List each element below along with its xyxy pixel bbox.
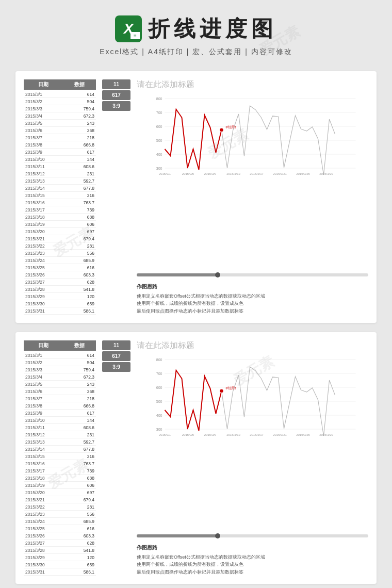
chart-title-1: 请在此添加标题 xyxy=(137,79,368,90)
chart-svg-element-1: 800 700 600 500 400 300 #引用! 2015/3/1 20… xyxy=(137,93,368,178)
table-area-2: 日期 数据 2015/3/16142015/3/25042015/3/3759.… xyxy=(24,340,96,576)
table-row: 2015/3/23556 xyxy=(24,250,96,257)
table-row: 2015/3/10344 xyxy=(24,156,96,163)
table-row: 2015/3/21679.4 xyxy=(24,235,96,242)
mini-stat-12: 617 xyxy=(102,90,130,100)
table-row: 2015/3/30659 xyxy=(24,561,96,568)
table-row: 2015/3/2504 xyxy=(24,359,96,366)
title-row: 折线进度图 xyxy=(0,14,392,43)
svg-text:2015/3/21: 2015/3/21 xyxy=(273,433,287,436)
table-area-1: 日期 数据 2015/3/16142015/3/25042015/3/3759.… xyxy=(24,79,96,315)
table-row: 2015/3/29120 xyxy=(24,293,96,300)
svg-text:700: 700 xyxy=(156,372,162,375)
svg-text:400: 400 xyxy=(156,414,162,417)
col-header-val-1: 数据 xyxy=(63,79,96,90)
table-rows-2: 2015/3/16142015/3/25042015/3/3759.42015/… xyxy=(24,352,96,576)
svg-text:300: 300 xyxy=(156,428,162,431)
table-row: 2015/3/17739 xyxy=(24,206,96,214)
table-row: 2015/3/29120 xyxy=(24,554,96,561)
table-row: 2015/3/3759.4 xyxy=(24,366,96,373)
table-row: 2015/3/15316 xyxy=(24,453,96,460)
table-row: 2015/3/18688 xyxy=(24,214,96,221)
table-row: 2015/3/2504 xyxy=(24,98,96,105)
col-header-date-2: 日期 xyxy=(24,340,63,351)
svg-text:2015/3/5: 2015/3/5 xyxy=(182,433,194,436)
svg-text:2015/3/9: 2015/3/9 xyxy=(204,172,217,175)
svg-text:2015/3/13: 2015/3/13 xyxy=(226,433,240,436)
table-row: 2015/3/8666.8 xyxy=(24,141,96,149)
table-row: 2015/3/6368 xyxy=(24,388,96,395)
svg-text:2015/3/5: 2015/3/5 xyxy=(182,172,194,175)
desc-line-2-3: 最后使用散点图操作动态的小标记并且添加数据标签 xyxy=(137,568,368,576)
mini-stat-11: 11 xyxy=(102,79,130,89)
mini-stat-23: 3:9 xyxy=(102,362,130,372)
table-row: 2015/3/25616 xyxy=(24,525,96,532)
mini-stat-21: 11 xyxy=(102,340,130,350)
svg-text:300: 300 xyxy=(156,167,162,170)
svg-text:600: 600 xyxy=(156,386,162,389)
table-row: 2015/3/1614 xyxy=(24,91,96,98)
table-row: 2015/3/10344 xyxy=(24,417,96,424)
table-row: 2015/3/17739 xyxy=(24,467,96,475)
desc-line-2-1: 使用定义名称嵌套Offset公式根据当动态的数据获取动态的区域 xyxy=(137,553,368,561)
svg-text:2015/3/17: 2015/3/17 xyxy=(250,172,264,175)
svg-text:500: 500 xyxy=(156,139,162,142)
table-row: 2015/3/28541.8 xyxy=(24,286,96,293)
description-1: 作图思路 使用定义名称嵌套Offset公式根据当动态的数据获取动态的区域 使用两… xyxy=(137,283,368,315)
table-row: 2015/3/16763.7 xyxy=(24,199,96,206)
table-row: 2015/3/12231 xyxy=(24,170,96,177)
svg-text:600: 600 xyxy=(156,125,162,128)
chart-svg-element-2: 800 700 600 500 400 300 #引用! 2015/3/1 20… xyxy=(137,354,368,439)
svg-text:400: 400 xyxy=(156,153,162,156)
table-row: 2015/3/28541.8 xyxy=(24,547,96,554)
chart-title-2: 请在此添加标题 xyxy=(137,340,368,351)
svg-point-12 xyxy=(220,128,224,132)
table-row: 2015/3/6368 xyxy=(24,127,96,134)
table-row: 2015/3/26603.3 xyxy=(24,271,96,279)
svg-text:2015/3/13: 2015/3/13 xyxy=(226,172,240,175)
svg-text:2015/3/21: 2015/3/21 xyxy=(273,172,287,175)
mini-stat-22: 617 xyxy=(102,351,130,361)
header: 折线进度图 Excel格式 | A4纸打印 | 宏、公式套用 | 内容可修改 xyxy=(0,0,392,62)
mini-stats-2: 11 617 3:9 xyxy=(102,340,130,576)
table-row: 2015/3/19606 xyxy=(24,221,96,228)
svg-text:2015/3/17: 2015/3/17 xyxy=(250,433,264,436)
svg-text:2015/3/1: 2015/3/1 xyxy=(159,433,171,436)
table-row: 2015/3/7218 xyxy=(24,134,96,141)
table-row: 2015/3/31586.1 xyxy=(24,568,96,576)
mini-stat-13: 3:9 xyxy=(102,101,130,111)
table-row: 2015/3/31586.1 xyxy=(24,307,96,315)
table-row: 2015/3/21679.4 xyxy=(24,496,96,503)
table-row: 2015/3/24685.9 xyxy=(24,257,96,264)
svg-text:2015/3/29: 2015/3/29 xyxy=(319,172,333,175)
svg-text:700: 700 xyxy=(156,111,162,115)
table-row: 2015/3/8666.8 xyxy=(24,402,96,410)
table-row: 2015/3/30659 xyxy=(24,300,96,307)
table-row: 2015/3/4672.3 xyxy=(24,112,96,120)
col-header-val-2: 数据 xyxy=(63,340,96,351)
description-title-2: 作图思路 xyxy=(137,544,368,552)
table-row: 2015/3/14677.8 xyxy=(24,446,96,453)
table-row: 2015/3/19606 xyxy=(24,482,96,489)
svg-text:2015/3/25: 2015/3/25 xyxy=(296,433,310,436)
table-header-1: 日期 数据 xyxy=(24,79,96,90)
table-row: 2015/3/23556 xyxy=(24,511,96,518)
table-row: 2015/3/15316 xyxy=(24,192,96,199)
description-title-1: 作图思路 xyxy=(137,283,368,291)
main-title: 折线进度图 xyxy=(148,14,277,43)
chart-svg-1: 800 700 600 500 400 300 #引用! 2015/3/1 20… xyxy=(137,93,368,271)
svg-text:2015/3/29: 2015/3/29 xyxy=(319,433,333,436)
card-1: 日期 数据 2015/3/16142015/3/25042015/3/3759.… xyxy=(15,71,377,323)
mini-stats-1: 11 617 3:9 xyxy=(102,79,130,315)
svg-text:2015/3/9: 2015/3/9 xyxy=(204,433,217,436)
desc-line-1-1: 使用定义名称嵌套Offset公式根据当动态的数据获取动态的区域 xyxy=(137,292,368,300)
chart-area-1: 请在此添加标题 800 700 600 500 400 300 xyxy=(137,79,368,315)
table-row: 2015/3/24685.9 xyxy=(24,518,96,525)
table-row: 2015/3/25616 xyxy=(24,264,96,271)
svg-point-34 xyxy=(220,389,224,393)
table-header-2: 日期 数据 xyxy=(24,340,96,351)
table-row: 2015/3/20697 xyxy=(24,489,96,496)
svg-text:#引用!: #引用! xyxy=(226,386,236,390)
table-row: 2015/3/9617 xyxy=(24,149,96,156)
table-row: 2015/3/26603.3 xyxy=(24,532,96,540)
